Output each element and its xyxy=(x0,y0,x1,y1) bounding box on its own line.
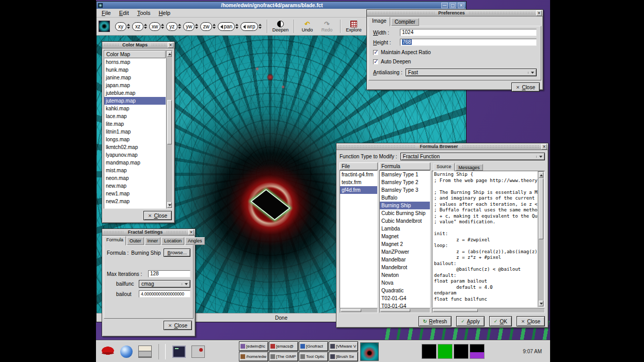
formula-list-item[interactable]: Quadratic xyxy=(380,287,430,294)
colormap-list-item[interactable]: juteblue.map xyxy=(104,89,166,97)
source-tab[interactable]: Source xyxy=(433,163,455,171)
spinner-arrows-icon[interactable] xyxy=(195,24,198,29)
scrollbar-thumb[interactable] xyxy=(167,100,172,144)
axis-rotate-control[interactable]: xy xyxy=(115,22,130,31)
menu-item[interactable]: File xyxy=(98,10,115,16)
formula-list-item[interactable]: Magnet 2 xyxy=(380,240,430,248)
colormap-list-header[interactable]: Color Map xyxy=(104,51,166,58)
formula-list-item[interactable]: Buffalo xyxy=(380,194,430,202)
redo-button[interactable]: ↷ Redo xyxy=(317,18,337,35)
scroll-up-icon[interactable] xyxy=(539,172,543,178)
colormap-scrollbar[interactable] xyxy=(166,50,173,209)
color-maps-titlebar[interactable]: Color Maps × xyxy=(102,42,174,48)
close-icon[interactable]: × xyxy=(458,3,464,8)
colormap-list-item[interactable]: lace.map xyxy=(104,112,166,120)
fractal-settings-titlebar[interactable]: Fractal Settings × xyxy=(102,229,195,236)
red-hat-menu-icon[interactable] xyxy=(101,345,115,358)
formula-list-item[interactable]: Magnet xyxy=(380,233,430,240)
tab[interactable]: Formula xyxy=(104,236,126,245)
screenshot-tool-icon[interactable] xyxy=(191,345,205,358)
spinner-arrows-icon[interactable] xyxy=(161,24,164,29)
taskbar-task-button[interactable]: [edwin@lc xyxy=(239,341,268,351)
printer-icon[interactable] xyxy=(138,345,152,358)
tab[interactable]: Angles xyxy=(185,237,205,245)
colormap-list-item[interactable]: lkmtch02.map xyxy=(104,143,166,151)
taskbar-task-button[interactable]: /home/edw xyxy=(239,352,268,361)
formula-list-item[interactable]: ManZPower xyxy=(380,248,430,256)
colormap-list-item[interactable]: kahki.map xyxy=(104,105,166,112)
colormap-list-item[interactable]: new2.map xyxy=(104,198,166,205)
scroll-up-icon[interactable] xyxy=(167,51,172,57)
preferences-titlebar[interactable]: Preferences × xyxy=(367,10,543,17)
colormap-list-item[interactable]: new1.map xyxy=(104,190,166,198)
menu-item[interactable]: Edit xyxy=(115,10,133,16)
scrollbar-thumb[interactable] xyxy=(539,178,543,239)
spinner-arrows-icon[interactable] xyxy=(178,24,181,29)
close-icon[interactable]: × xyxy=(541,144,547,150)
scrollbar-thumb[interactable] xyxy=(341,309,361,312)
colormap-list-item[interactable]: neon.map xyxy=(104,174,166,182)
axis-rotate-control[interactable]: xz xyxy=(132,22,147,31)
file-list-header[interactable]: File xyxy=(340,162,378,170)
warp-control[interactable]: wrp xyxy=(240,22,261,31)
undo-button[interactable]: ↶ Undo xyxy=(298,18,317,35)
axis-rotate-control[interactable]: yz xyxy=(166,22,181,31)
colormap-list-item[interactable]: japan.map xyxy=(104,81,166,89)
source-hscrollbar[interactable] xyxy=(432,308,545,313)
tab[interactable]: Outer xyxy=(127,237,144,245)
terminal-icon[interactable] xyxy=(172,345,186,358)
refresh-button[interactable]: ↻ Refresh xyxy=(418,316,452,326)
antialiasing-select[interactable]: Fast xyxy=(406,69,537,76)
colormap-list-item[interactable]: mandmap.map xyxy=(104,159,166,167)
formula-list-item[interactable]: Cubic Mandelbrot xyxy=(380,217,430,225)
minimize-icon[interactable]: — xyxy=(441,3,448,8)
spinner-arrows-icon[interactable] xyxy=(259,24,262,29)
pan-control[interactable]: pan xyxy=(218,22,239,31)
axis-rotate-control[interactable]: xw xyxy=(149,22,164,31)
taskbar-task-button[interactable]: Tool Optic xyxy=(299,352,328,361)
file-list-hscrollbar[interactable] xyxy=(340,308,378,313)
taskbar-task-button[interactable]: [Gnofract xyxy=(299,341,328,351)
colormap-list-item[interactable]: horns.map xyxy=(104,58,166,66)
spinner-arrows-icon[interactable] xyxy=(127,24,130,29)
formula-list-item[interactable]: Newton xyxy=(380,271,430,279)
colormap-list-item[interactable]: hunk.map xyxy=(104,66,166,74)
formula-browser-close-button[interactable]: × Close xyxy=(517,316,545,326)
formula-list-header[interactable]: Formula xyxy=(379,162,430,170)
formula-source-code[interactable]: Burning Ship { ; From the web page http:… xyxy=(432,171,538,307)
menu-item[interactable]: Tools xyxy=(133,10,155,16)
colormap-list-item[interactable]: lyapunov.map xyxy=(104,151,166,159)
tab[interactable]: Inner xyxy=(145,237,161,245)
scroll-down-icon[interactable] xyxy=(539,301,543,306)
bailout-input[interactable]: 4.00000000000000000 xyxy=(139,290,190,298)
spinner-arrows-icon[interactable] xyxy=(235,24,238,29)
apply-button[interactable]: ✓ Apply xyxy=(456,316,485,326)
formula-list-item[interactable]: Barnsley Type 1 xyxy=(380,171,430,178)
preferences-close-button[interactable]: × Close xyxy=(511,83,540,92)
maximize-icon[interactable]: □ xyxy=(449,3,456,8)
ok-button[interactable]: ✓ OK xyxy=(489,316,512,326)
formula-list-item[interactable]: Lambda xyxy=(380,225,430,233)
formula-list-hscrollbar[interactable] xyxy=(379,308,430,313)
tab[interactable]: Compiler xyxy=(391,18,419,26)
formula-list-item[interactable]: T02-01-G4 xyxy=(380,294,430,302)
checkbox-icon[interactable] xyxy=(373,50,378,55)
color-swatch[interactable] xyxy=(422,344,437,359)
web-browser-icon[interactable] xyxy=(120,345,133,358)
colormap-list-item[interactable]: janine.map xyxy=(104,74,166,81)
fractal-settings-close-button[interactable]: × Close xyxy=(164,321,192,330)
scrollbar-thumb[interactable] xyxy=(433,309,478,312)
fractal-thumbnail[interactable] xyxy=(360,342,379,361)
close-icon[interactable]: × xyxy=(536,10,542,16)
browse-button[interactable]: Browse... xyxy=(164,249,190,257)
formula-list-item[interactable]: Mandelbar xyxy=(380,256,430,264)
colormaps-close-button[interactable]: × Close xyxy=(143,211,172,220)
colormap-list-item[interactable]: longs.map xyxy=(104,136,166,143)
taskbar-task-button[interactable]: [emacs@ xyxy=(269,341,298,351)
taskbar-task-button[interactable]: [The GIMP xyxy=(269,352,298,361)
colormap-list-item[interactable]: mist.map xyxy=(104,167,166,174)
menu-item[interactable]: Help xyxy=(154,10,174,16)
taskbar-task-button[interactable]: [Brush Se xyxy=(329,352,358,361)
file-list-item[interactable]: testx.frm xyxy=(340,178,377,186)
scroll-down-icon[interactable] xyxy=(167,202,172,208)
